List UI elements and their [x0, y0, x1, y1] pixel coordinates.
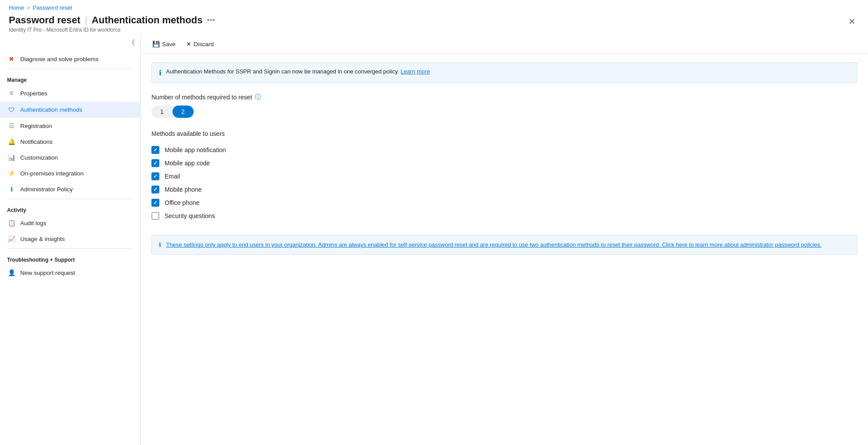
info-banner-text: Authentication Methods for SSPR and Sign… — [166, 68, 430, 75]
close-button[interactable]: ✕ — [845, 15, 859, 29]
page-title-section: Authentication methods — [92, 15, 202, 26]
label-security-questions: Security questions — [165, 212, 215, 219]
label-office-phone: Office phone — [165, 199, 199, 206]
checkbox-mobile-app-notification[interactable]: ✓ — [151, 146, 159, 154]
label-mobile-app-code: Mobile app code — [165, 160, 210, 167]
content-area: 💾 Save ✕ Discard ℹ Authentication Method… — [141, 35, 868, 445]
page-title-separator: | — [85, 15, 88, 26]
label-mobile-app-notification: Mobile app notification — [165, 146, 226, 153]
sidebar-item-diagnose[interactable]: ✖ Diagnose and solve problems — [0, 51, 140, 67]
page-title-area: Password reset | Authentication methods … — [9, 15, 215, 33]
method-email: ✓ Email — [151, 170, 857, 183]
label-email: Email — [165, 173, 180, 180]
breadcrumb-home[interactable]: Home — [9, 4, 24, 11]
info-banner-link[interactable]: Learn more — [401, 68, 430, 75]
more-options-icon[interactable]: ••• — [207, 16, 215, 25]
methods-list: ✓ Mobile app notification ✓ Mobile app c… — [151, 143, 857, 222]
sidebar-manage-section: Manage — [0, 71, 140, 85]
sidebar-on-premises-label: On-premises integration — [20, 170, 84, 177]
sidebar-item-registration[interactable]: ☰ Registration — [0, 118, 140, 134]
discard-button[interactable]: ✕ Discard — [182, 38, 218, 50]
methods-required-label: Number of methods required to reset — [151, 94, 252, 101]
sidebar-notifications-label: Notifications — [20, 139, 53, 145]
sync-icon: ⚡ — [7, 170, 16, 177]
info-banner: ℹ Authentication Methods for SSPR and Si… — [151, 62, 857, 83]
bottom-banner-link[interactable]: These settings only apply to end users i… — [166, 241, 821, 248]
sidebar-new-support-label: New support request — [20, 270, 75, 276]
sidebar-troubleshooting-section: Troubleshooting + Support — [0, 251, 140, 265]
method-mobile-app-code: ✓ Mobile app code — [151, 157, 857, 170]
checkbox-office-phone[interactable]: ✓ — [151, 199, 159, 207]
content-body: ℹ Authentication Methods for SSPR and Si… — [141, 54, 868, 445]
methods-required-section-label: Number of methods required to reset ⓘ — [151, 93, 857, 101]
methods-available-label: Methods available to users — [151, 130, 857, 137]
shield-icon: 🛡 — [7, 106, 16, 113]
sidebar-divider-troubleshooting — [7, 248, 133, 249]
breadcrumb-separator: > — [27, 4, 30, 11]
bars-icon: ≡ — [7, 89, 16, 97]
checkbox-email[interactable]: ✓ — [151, 172, 159, 180]
sidebar-item-new-support[interactable]: 👤 New support request — [0, 265, 140, 281]
info-circle-icon: ℹ — [7, 186, 16, 193]
checkmark-office-phone: ✓ — [153, 200, 158, 206]
save-icon: 💾 — [152, 40, 160, 47]
sidebar-usage-insights-label: Usage & insights — [20, 236, 65, 242]
method-mobile-phone: ✓ Mobile phone — [151, 183, 857, 196]
checkbox-mobile-phone[interactable]: ✓ — [151, 186, 159, 193]
wrench-icon: ✖ — [7, 55, 16, 62]
sidebar-item-auth-methods[interactable]: 🛡 Authentication methods — [0, 102, 140, 118]
checkmark-mobile-phone: ✓ — [153, 186, 158, 193]
toggle-option-2[interactable]: 2 — [173, 106, 194, 118]
toggle-option-1[interactable]: 1 — [151, 106, 173, 118]
checkbox-security-questions[interactable] — [151, 212, 159, 220]
sidebar-collapse-button[interactable]: 《 — [123, 35, 140, 51]
sidebar-item-admin-policy[interactable]: ℹ Administrator Policy — [0, 181, 140, 197]
log-icon: 📋 — [7, 219, 16, 226]
list-icon: ☰ — [7, 122, 16, 129]
methods-count-toggle: 1 2 — [151, 106, 194, 118]
discard-icon: ✕ — [186, 40, 191, 47]
bell-icon: 🔔 — [7, 138, 16, 145]
page-title-main: Password reset — [9, 15, 81, 26]
sidebar-item-on-premises[interactable]: ⚡ On-premises integration — [0, 165, 140, 181]
page-title: Password reset | Authentication methods … — [9, 15, 215, 26]
breadcrumb-current[interactable]: Password reset — [33, 4, 72, 11]
bottom-banner-icon: ℹ — [159, 241, 161, 248]
page-header: Password reset | Authentication methods … — [0, 13, 868, 35]
support-icon: 👤 — [7, 269, 16, 276]
method-office-phone: ✓ Office phone — [151, 196, 857, 209]
sidebar-diagnose-label: Diagnose and solve problems — [20, 56, 99, 62]
sidebar-divider-activity — [7, 199, 133, 199]
sidebar-item-properties[interactable]: ≡ Properties — [0, 85, 140, 102]
sidebar: 《 ✖ Diagnose and solve problems Manage ≡… — [0, 35, 141, 445]
toolbar: 💾 Save ✕ Discard — [141, 35, 868, 54]
sidebar-divider-manage — [7, 69, 133, 69]
method-mobile-app-notification: ✓ Mobile app notification — [151, 143, 857, 157]
chart-icon: 📊 — [7, 154, 16, 161]
save-button[interactable]: 💾 Save — [148, 38, 180, 50]
save-label: Save — [162, 41, 176, 47]
checkmark-mobile-app-notification: ✓ — [153, 147, 158, 153]
sidebar-activity-section: Activity — [0, 201, 140, 215]
sidebar-customization-label: Customization — [20, 154, 58, 161]
sidebar-properties-label: Properties — [20, 90, 48, 97]
breadcrumb: Home > Password reset — [0, 0, 868, 13]
discard-label: Discard — [194, 41, 214, 47]
sidebar-item-customization[interactable]: 📊 Customization — [0, 150, 140, 165]
usage-icon: 📈 — [7, 235, 16, 242]
page-subtitle: Identity IT Pro - Microsoft Entra ID for… — [9, 27, 215, 33]
checkbox-mobile-app-code[interactable]: ✓ — [151, 159, 159, 167]
bottom-banner: ℹ These settings only apply to end users… — [151, 235, 857, 255]
sidebar-admin-policy-label: Administrator Policy — [20, 186, 73, 193]
checkmark-mobile-app-code: ✓ — [153, 160, 158, 166]
help-icon[interactable]: ⓘ — [255, 93, 261, 101]
sidebar-audit-logs-label: Audit logs — [20, 220, 46, 226]
sidebar-auth-methods-label: Authentication methods — [20, 106, 82, 113]
sidebar-registration-label: Registration — [20, 123, 52, 129]
sidebar-item-audit-logs[interactable]: 📋 Audit logs — [0, 215, 140, 231]
sidebar-item-usage-insights[interactable]: 📈 Usage & insights — [0, 231, 140, 247]
method-security-questions: Security questions — [151, 209, 857, 222]
main-layout: 《 ✖ Diagnose and solve problems Manage ≡… — [0, 35, 868, 445]
sidebar-item-notifications[interactable]: 🔔 Notifications — [0, 134, 140, 150]
checkmark-email: ✓ — [153, 173, 158, 179]
